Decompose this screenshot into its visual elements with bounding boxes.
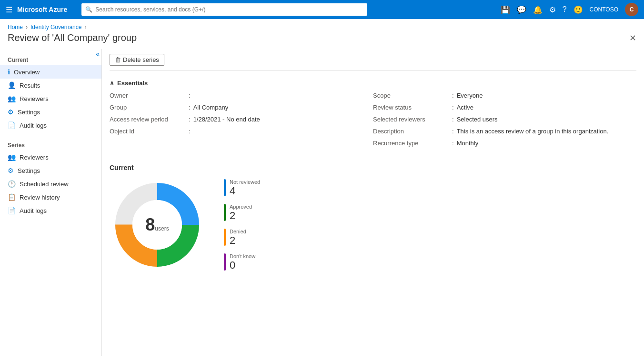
delete-series-button[interactable]: 🗑 Delete series bbox=[110, 54, 164, 66]
scope-value: Everyone bbox=[457, 92, 483, 99]
description-value: This is an access review of a group in t… bbox=[457, 128, 609, 135]
legend-bar-dont-know bbox=[224, 253, 226, 271]
essentials-recurrence: Recurrence type : Monthly bbox=[373, 138, 636, 148]
notification-icon[interactable]: 🔔 bbox=[533, 5, 543, 14]
donut-total: 8 bbox=[145, 215, 155, 234]
sidebar-item-series-audit[interactable]: 📄 Audit logs bbox=[0, 204, 101, 217]
brand-label: Microsoft Azure bbox=[17, 6, 67, 13]
current-section-title: Current bbox=[110, 164, 636, 171]
review-period-label: Access review period bbox=[110, 116, 186, 123]
sidebar-item-series-settings[interactable]: ⚙ Settings bbox=[0, 164, 101, 177]
group-value: All Company bbox=[193, 104, 229, 111]
legend-content-approved: Approved 2 bbox=[230, 204, 252, 221]
donut-chart: 8users bbox=[110, 177, 205, 272]
sidebar-settings-label: Settings bbox=[18, 109, 40, 116]
hamburger-icon[interactable]: ☰ bbox=[6, 5, 12, 14]
essentials-grid: Owner : Group : All Company Access revie… bbox=[110, 90, 636, 156]
sidebar-item-audit-logs[interactable]: 📄 Audit logs bbox=[0, 119, 101, 132]
cloud-shell-icon[interactable]: 💾 bbox=[501, 5, 510, 14]
sidebar-collapse-button[interactable]: « bbox=[96, 50, 100, 58]
chart-area: 8users Not reviewed 4 Approved 2 bbox=[110, 177, 636, 272]
breadcrumb-identity-governance[interactable]: Identity Governance bbox=[30, 24, 81, 30]
page-header: Review of 'All Company' group ✕ bbox=[0, 32, 644, 49]
legend-bar-not-reviewed bbox=[224, 179, 226, 196]
recurrence-label: Recurrence type bbox=[373, 140, 449, 147]
help-icon[interactable]: ? bbox=[563, 5, 567, 14]
sidebar-scheduled-label: Scheduled review bbox=[20, 181, 69, 188]
settings-icon[interactable]: ⚙ bbox=[549, 5, 556, 14]
scheduled-icon: 🕐 bbox=[8, 180, 16, 188]
essentials-header[interactable]: ∧ Essentials bbox=[110, 76, 636, 90]
essentials-left-col: Owner : Group : All Company Access revie… bbox=[110, 90, 373, 148]
group-label: Group bbox=[110, 104, 186, 111]
main-layout: « Current ℹ Overview 👤 Results 👥 Reviewe… bbox=[0, 49, 644, 356]
legend-count-approved: 2 bbox=[230, 211, 252, 221]
search-input[interactable] bbox=[95, 6, 363, 13]
sidebar-series-settings-label: Settings bbox=[18, 167, 40, 174]
toolbar: 🗑 Delete series bbox=[110, 49, 636, 71]
legend-label-dont-know: Don't know bbox=[230, 253, 255, 259]
reviewers-icon: 👥 bbox=[8, 95, 16, 102]
sidebar-item-review-history[interactable]: 📋 Review history bbox=[0, 191, 101, 204]
series-audit-icon: 📄 bbox=[8, 207, 16, 214]
breadcrumb-sep-1: › bbox=[26, 24, 28, 30]
legend-item-approved: Approved 2 bbox=[224, 204, 260, 221]
selected-reviewers-value: Selected users bbox=[457, 116, 498, 123]
sidebar-item-results[interactable]: 👤 Results bbox=[0, 79, 101, 92]
legend-item-denied: Denied 2 bbox=[224, 229, 260, 246]
scope-label: Scope bbox=[373, 92, 449, 99]
sidebar-item-settings[interactable]: ⚙ Settings bbox=[0, 105, 101, 119]
avatar[interactable]: C bbox=[625, 3, 638, 16]
sidebar-series-label: Series bbox=[0, 138, 101, 151]
legend-item-dont-know: Don't know 0 bbox=[224, 253, 260, 271]
description-label: Description bbox=[373, 128, 449, 135]
breadcrumb-home[interactable]: Home bbox=[8, 24, 23, 30]
page-title: Review of 'All Company' group bbox=[8, 32, 137, 43]
sidebar-item-overview[interactable]: ℹ Overview bbox=[0, 65, 101, 79]
nav-icons-group: 💾 💬 🔔 ⚙ ? 🙂 CONTOSO C bbox=[501, 3, 638, 16]
search-container: 🔍 bbox=[81, 3, 367, 16]
settings-icon-sidebar: ⚙ bbox=[8, 108, 14, 116]
review-status-value: Active bbox=[457, 104, 473, 111]
sidebar-history-label: Review history bbox=[20, 194, 60, 201]
delete-series-label: Delete series bbox=[123, 56, 159, 63]
feedback-icon[interactable]: 💬 bbox=[517, 5, 526, 14]
sidebar-divider bbox=[0, 135, 101, 135]
delete-icon: 🗑 bbox=[115, 56, 121, 63]
essentials-object-id: Object Id : bbox=[110, 126, 373, 136]
sidebar-series-reviewers-label: Reviewers bbox=[20, 154, 49, 161]
review-status-label: Review status bbox=[373, 104, 449, 111]
essentials-selected-reviewers: Selected reviewers : Selected users bbox=[373, 114, 636, 124]
donut-center: 8users bbox=[145, 215, 169, 235]
smiley-icon[interactable]: 🙂 bbox=[574, 5, 583, 14]
legend-content-denied: Denied 2 bbox=[230, 229, 246, 246]
contoso-label: CONTOSO bbox=[590, 6, 618, 13]
results-icon: 👤 bbox=[8, 81, 16, 89]
legend-bar-approved bbox=[224, 204, 226, 221]
sidebar-item-series-reviewers[interactable]: 👥 Reviewers bbox=[0, 151, 101, 164]
sidebar-audit-label: Audit logs bbox=[20, 122, 47, 129]
legend-count-dont-know: 0 bbox=[230, 260, 255, 271]
audit-icon: 📄 bbox=[8, 121, 16, 129]
chevron-up-icon: ∧ bbox=[110, 80, 114, 87]
donut-users-label: users bbox=[155, 225, 169, 232]
legend-label-approved: Approved bbox=[230, 204, 252, 210]
legend-label-denied: Denied bbox=[230, 229, 246, 234]
history-icon: 📋 bbox=[8, 193, 16, 201]
essentials-description: Description : This is an access review o… bbox=[373, 126, 636, 136]
sidebar-series-audit-label: Audit logs bbox=[20, 207, 47, 214]
close-button[interactable]: ✕ bbox=[629, 33, 636, 43]
essentials-right-col: Scope : Everyone Review status : Active … bbox=[373, 90, 636, 148]
legend-label-not-reviewed: Not reviewed bbox=[230, 179, 260, 185]
essentials-scope: Scope : Everyone bbox=[373, 90, 636, 101]
selected-reviewers-label: Selected reviewers bbox=[373, 116, 449, 123]
legend-content-dont-know: Don't know 0 bbox=[230, 253, 255, 271]
series-settings-icon: ⚙ bbox=[8, 167, 14, 174]
sidebar-item-scheduled-review[interactable]: 🕐 Scheduled review bbox=[0, 177, 101, 191]
sidebar: « Current ℹ Overview 👤 Results 👥 Reviewe… bbox=[0, 49, 102, 356]
essentials-group: Group : All Company bbox=[110, 102, 373, 112]
essentials-owner: Owner : bbox=[110, 90, 373, 101]
owner-label: Owner bbox=[110, 92, 186, 99]
sidebar-item-reviewers[interactable]: 👥 Reviewers bbox=[0, 92, 101, 105]
series-reviewers-icon: 👥 bbox=[8, 153, 16, 161]
